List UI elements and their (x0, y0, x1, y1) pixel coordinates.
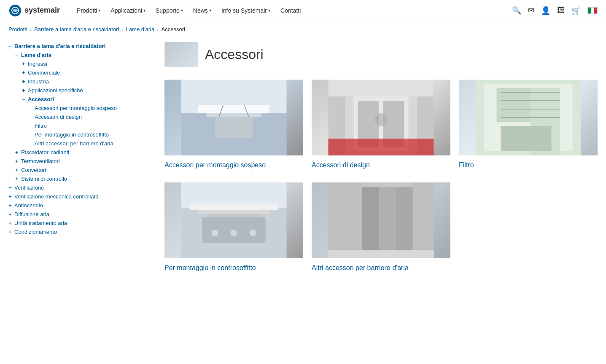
sidebar-link[interactable]: Condizionamento (14, 229, 57, 235)
sidebar-item[interactable]: Altri accessori per barriere d'aria (8, 139, 148, 148)
expand-icon[interactable]: + (8, 185, 14, 191)
cart-icon[interactable]: 🛒 (571, 6, 581, 15)
sidebar-link[interactable]: Accessori per montaggio sospeso (35, 105, 117, 111)
nav-item-news[interactable]: News ▾ (193, 7, 211, 14)
product-card[interactable]: Accessori di design (312, 80, 450, 170)
collapse-icon[interactable]: − (15, 52, 21, 58)
sidebar-item[interactable]: Filtro (8, 121, 148, 130)
collapse-icon[interactable]: − (22, 96, 28, 102)
header: systemair Prodotti ▾Applicazioni ▾Suppor… (0, 0, 606, 21)
product-card[interactable]: Accessori per montaggio sospeso (164, 80, 303, 170)
sidebar-link[interactable]: Barriere a lama d'aria e riscaldatori (14, 43, 105, 49)
svg-rect-28 (190, 203, 278, 210)
sidebar-item[interactable]: − Lame d'aria (8, 51, 148, 59)
sidebar-link[interactable]: Unità trattamento aria (14, 220, 67, 226)
sidebar-link[interactable]: Convettori (21, 167, 46, 173)
svg-rect-37 (379, 182, 396, 258)
sidebar-item[interactable]: + Unità trattamento aria (8, 219, 148, 228)
sidebar-link[interactable]: Ingressi (28, 61, 47, 67)
expand-icon[interactable]: + (8, 229, 14, 235)
product-card[interactable]: Per montaggio in controsoffitto (164, 182, 303, 273)
svg-rect-4 (198, 105, 270, 113)
sidebar-item[interactable]: + Applicazioni specifiche (8, 86, 148, 95)
sidebar-link[interactable]: Commerciale (28, 70, 60, 76)
expand-icon[interactable]: + (22, 70, 28, 76)
sidebar-item[interactable]: + Termoventilatori (8, 157, 148, 166)
product-title: Per montaggio in controsoffitto (164, 263, 303, 273)
nav-item-prodotti[interactable]: Prodotti ▾ (77, 7, 100, 14)
sidebar-item[interactable]: + Ventilazione (8, 183, 148, 192)
product-card[interactable]: Filtro (459, 80, 598, 170)
product-title: Accessori di design (312, 161, 450, 170)
expand-icon[interactable]: + (22, 61, 28, 67)
sidebar-item[interactable]: + Industria (8, 77, 148, 86)
sidebar-item[interactable]: − Accessori (8, 95, 148, 104)
sidebar-link[interactable]: Lame d'aria (21, 52, 51, 58)
product-image (312, 80, 450, 155)
expand-icon[interactable]: + (15, 167, 21, 173)
sidebar-link[interactable]: Riscaldatori radianti (21, 149, 69, 155)
expand-icon[interactable]: + (8, 220, 14, 226)
breadcrumb-link[interactable]: Lame d'aria (126, 26, 155, 32)
sidebar-item[interactable]: Accessori di design (8, 112, 148, 121)
product-image (164, 182, 303, 258)
sidebar-link[interactable]: Per montaggio in controsoffitto (35, 131, 109, 138)
sidebar-item[interactable]: Per montaggio in controsoffitto (8, 130, 148, 139)
sidebar-link[interactable]: Sistemi di controllo (21, 176, 67, 182)
breadcrumb-link[interactable]: Barriere a lama d'aria e riscaldatori (34, 26, 119, 32)
sidebar-item[interactable]: + Ingressi (8, 59, 148, 68)
sidebar-link[interactable]: Antincendio (14, 202, 43, 209)
sidebar-item[interactable]: + Commerciale (8, 68, 148, 77)
sidebar-link[interactable]: Industria (28, 78, 49, 85)
svg-rect-5 (207, 113, 261, 117)
chevron-down-icon: ▾ (98, 8, 100, 13)
sidebar-item[interactable]: + Sistemi di controllo (8, 174, 148, 183)
sidebar-link[interactable]: Accessori (28, 96, 54, 102)
sidebar-link[interactable]: Altri accessori per barriere d'aria (35, 140, 113, 147)
sidebar-link[interactable]: Diffusione aria (14, 211, 49, 217)
sidebar-item[interactable]: + Ventilazione meccanica controllata (8, 192, 148, 201)
sidebar-item[interactable]: + Diffusione aria (8, 210, 148, 219)
nav-item-info-su-systemair[interactable]: Info su Systemair ▾ (221, 7, 270, 14)
search-icon[interactable]: 🔍 (512, 6, 521, 15)
nav-item-supporto[interactable]: Supporto ▾ (156, 7, 183, 14)
sidebar-item[interactable]: + Condizionamento (8, 228, 148, 236)
sidebar-item[interactable]: + Convettori (8, 166, 148, 174)
expand-icon[interactable]: + (15, 158, 21, 164)
expand-icon[interactable]: + (8, 211, 14, 217)
expand-icon[interactable]: + (15, 176, 21, 182)
svg-rect-29 (198, 210, 270, 214)
language-flag[interactable] (587, 7, 598, 14)
sidebar-link[interactable]: Filtro (35, 123, 47, 129)
logo-text: systemair (24, 6, 60, 15)
collapse-icon[interactable]: − (8, 43, 14, 49)
user-icon[interactable]: 👤 (541, 6, 550, 15)
mail-icon[interactable]: ✉ (528, 6, 534, 15)
sidebar-link[interactable]: Accessori di design (35, 114, 82, 120)
sidebar-link[interactable]: Ventilazione (14, 185, 44, 191)
logo[interactable]: systemair (8, 4, 60, 17)
sidebar-link[interactable]: Ventilazione meccanica controllata (14, 193, 98, 200)
nav-item-contatti[interactable]: Contatti (280, 7, 301, 14)
sidebar-link[interactable]: Applicazioni specifiche (28, 87, 83, 94)
svg-rect-21 (501, 126, 552, 151)
svg-rect-10 (329, 80, 434, 96)
product-title: Altri accessori per barriere d'aria (312, 263, 450, 273)
sidebar-item[interactable]: + Riscaldatori radianti (8, 148, 148, 157)
expand-icon[interactable]: + (22, 87, 28, 94)
sidebar-item[interactable]: Accessori per montaggio sospeso (8, 104, 148, 112)
svg-point-33 (231, 230, 237, 236)
sidebar-link[interactable]: Termoventilatori (21, 158, 60, 164)
nav-item-applicazioni[interactable]: Applicazioni ▾ (110, 7, 145, 14)
breadcrumb-link[interactable]: Prodotti (8, 26, 27, 32)
sidebar-item[interactable]: + Antincendio (8, 201, 148, 210)
media-icon[interactable]: 🖼 (557, 6, 565, 15)
svg-point-34 (250, 230, 256, 236)
expand-icon[interactable]: + (15, 149, 21, 155)
product-card[interactable]: Altri accessori per barriere d'aria (312, 182, 450, 273)
sidebar-item[interactable]: − Barriere a lama d'aria e riscaldatori (8, 42, 148, 51)
expand-icon[interactable]: + (8, 202, 14, 209)
expand-icon[interactable]: + (22, 78, 28, 85)
expand-icon[interactable]: + (8, 193, 14, 200)
svg-rect-36 (362, 182, 379, 258)
